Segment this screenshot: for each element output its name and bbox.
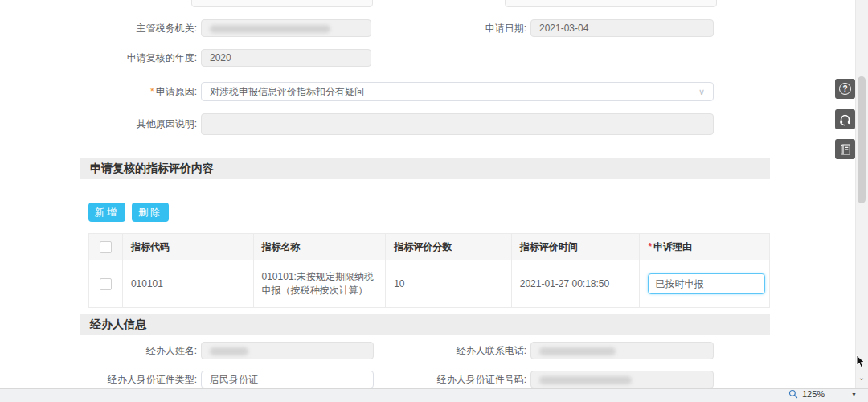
scrollbar-down-arrow[interactable]: ⌄ — [858, 373, 866, 382]
indicator-table: 指标代码 指标名称 指标评价分数 指标评价时间 *申诉理由 010101 010… — [88, 233, 770, 308]
header-checkbox-cell — [89, 234, 123, 260]
add-button[interactable]: 新增 — [88, 203, 125, 222]
agent-section-title: 经办人信息 — [80, 314, 770, 335]
manual-icon — [839, 143, 852, 156]
required-mark: * — [648, 241, 652, 252]
cut-off-input-left[interactable] — [191, 0, 373, 7]
agent-id-number-field — [530, 371, 714, 388]
help-icon: ? — [839, 83, 851, 95]
zoom-level: 125% — [802, 389, 825, 399]
tax-authority-label: 主管税务机关: — [80, 23, 197, 34]
redacted-value — [210, 347, 248, 355]
customer-service-button[interactable] — [835, 109, 855, 129]
redacted-value — [539, 376, 632, 384]
agent-phone-field — [530, 342, 714, 359]
indicator-section-header: 申请复核的指标评价内容 — [80, 158, 770, 179]
other-reason-label: 其他原因说明: — [80, 118, 197, 129]
cell-indicator-code: 010101 — [123, 260, 254, 307]
review-year-label: 申请复核的年度: — [80, 52, 197, 64]
zoom-control[interactable]: 125% ▼ — [788, 389, 857, 399]
apply-date-label: 申请日期: — [450, 23, 526, 34]
header-indicator-time: 指标评价时间 — [512, 234, 641, 260]
headset-icon — [838, 113, 852, 126]
apply-reason-select[interactable]: 对涉税申报信息评价指标扣分有疑问 ∨ — [201, 82, 714, 101]
table-row: 010101 010101:未按规定期限纳税申报（按税种按次计算） 10 202… — [89, 260, 769, 307]
required-mark: * — [150, 86, 154, 97]
magnifier-icon — [788, 389, 798, 399]
agent-id-number-label: 经办人身份证件号码: — [410, 374, 526, 385]
delete-button[interactable]: 删除 — [132, 203, 169, 222]
redacted-value — [210, 25, 330, 33]
vertical-scrollbar-thumb[interactable] — [858, 76, 866, 203]
header-indicator-code: 指标代码 — [123, 234, 254, 260]
redacted-value — [539, 347, 616, 355]
cell-indicator-name: 010101:未按规定期限纳税申报（按税种按次计算） — [254, 260, 387, 307]
agent-id-type-label: 经办人身份证件类型: — [80, 374, 197, 385]
agent-phone-label: 经办人联系电话: — [410, 345, 526, 356]
help-button[interactable]: ? — [835, 79, 855, 99]
row-checkbox[interactable] — [100, 278, 112, 290]
agent-name-field — [201, 342, 374, 359]
agent-id-type-field[interactable]: 居民身份证 — [201, 371, 374, 388]
indicator-section-title: 申请复核的指标评价内容 — [80, 158, 770, 179]
chevron-down-icon: ∨ — [698, 87, 705, 96]
row-checkbox-cell — [89, 260, 123, 307]
select-all-checkbox[interactable] — [100, 241, 112, 253]
cut-off-input-right[interactable] — [505, 0, 717, 7]
apply-reason-value: 对涉税申报信息评价指标扣分有疑问 — [210, 86, 364, 97]
manual-button[interactable] — [835, 139, 855, 159]
cell-indicator-time: 2021-01-27 00:18:50 — [512, 260, 641, 307]
cell-indicator-score: 10 — [386, 260, 512, 307]
agent-section-header: 经办人信息 — [80, 314, 770, 335]
table-header-row: 指标代码 指标名称 指标评价分数 指标评价时间 *申诉理由 — [89, 234, 769, 260]
apply-reason-label: *申请原因: — [80, 86, 197, 97]
appeal-reason-input[interactable] — [648, 273, 765, 294]
header-indicator-score: 指标评价分数 — [386, 234, 512, 260]
review-year-field: 2020 — [201, 49, 371, 67]
tax-review-form-page: 主管税务机关: 申请日期: 2021-03-04 申请复核的年度: 2020 *… — [0, 0, 868, 402]
header-appeal-reason: *申诉理由 — [640, 234, 769, 260]
other-reason-textarea — [201, 113, 714, 135]
header-indicator-name: 指标名称 — [254, 234, 387, 260]
zoom-dropdown-arrow[interactable]: ▼ — [851, 392, 857, 397]
agent-name-label: 经办人姓名: — [80, 345, 197, 356]
apply-date-field: 2021-03-04 — [530, 19, 714, 37]
browser-status-bar — [0, 388, 868, 402]
tax-authority-field — [201, 19, 371, 37]
cell-appeal-reason — [640, 260, 769, 307]
